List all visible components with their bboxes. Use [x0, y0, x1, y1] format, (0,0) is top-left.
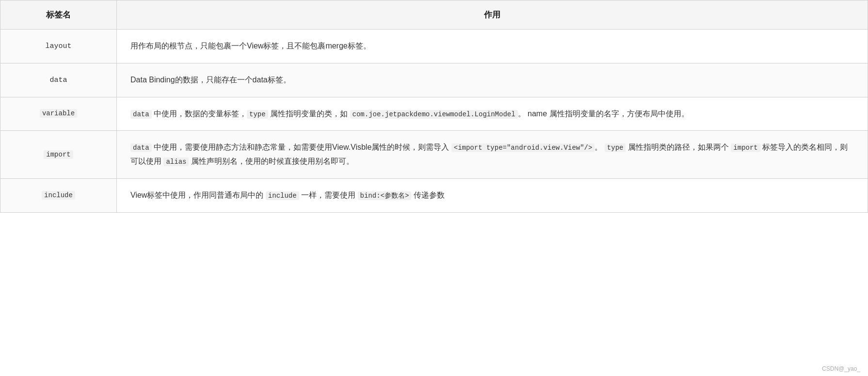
- watermark: CSDN@_yao_: [822, 365, 860, 372]
- main-table: 标签名 作用 layout用作布局的根节点，只能包裹一个View标签，且不能包裹…: [0, 0, 868, 213]
- table-row: layout用作布局的根节点，只能包裹一个View标签，且不能包裹merge标签…: [0, 30, 868, 63]
- tag-description-cell: data 中使用，需要使用静态方法和静态常量，如需要使用View.Visble属…: [117, 131, 868, 179]
- table-row: includeView标签中使用，作用同普通布局中的 include 一样，需要…: [0, 178, 868, 212]
- tag-name-cell: include: [0, 178, 117, 212]
- tag-name-cell: data: [0, 63, 117, 97]
- table-row: variabledata 中使用，数据的变量标签，type 属性指明变量的类，如…: [0, 97, 868, 131]
- tag-description-cell: data 中使用，数据的变量标签，type 属性指明变量的类，如 com.joe…: [117, 97, 868, 131]
- table-row: importdata 中使用，需要使用静态方法和静态常量，如需要使用View.V…: [0, 131, 868, 179]
- tag-name-cell: import: [0, 131, 117, 179]
- tag-description-cell: View标签中使用，作用同普通布局中的 include 一样，需要使用 bind…: [117, 178, 868, 212]
- tag-description-cell: Data Binding的数据，只能存在一个data标签。: [117, 63, 868, 97]
- header-col1: 标签名: [0, 0, 117, 30]
- tag-name-cell: variable: [0, 97, 117, 131]
- header-col2: 作用: [117, 0, 868, 30]
- table-row: dataData Binding的数据，只能存在一个data标签。: [0, 63, 868, 97]
- table-body: layout用作布局的根节点，只能包裹一个View标签，且不能包裹merge标签…: [0, 30, 868, 213]
- table-header-row: 标签名 作用: [0, 0, 868, 30]
- table-container: 标签名 作用 layout用作布局的根节点，只能包裹一个View标签，且不能包裹…: [0, 0, 868, 376]
- tag-name-cell: layout: [0, 30, 117, 63]
- tag-description-cell: 用作布局的根节点，只能包裹一个View标签，且不能包裹merge标签。: [117, 30, 868, 63]
